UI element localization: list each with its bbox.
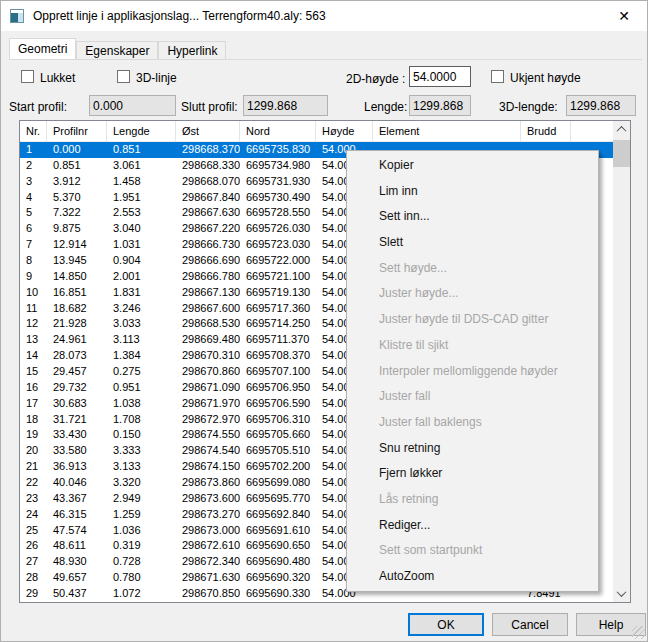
column-header-h-yde[interactable]: Høyde (316, 121, 373, 141)
table-cell: 298672.970 (176, 412, 240, 428)
table-cell: 6695690.480 (240, 554, 316, 570)
column-header-nr[interactable]: Nr. (20, 121, 47, 141)
table-cell: 298670.850 (176, 586, 240, 602)
menu-item-interpoler-mellomliggende-h-yder[interactable]: Interpoler mellomliggende høyder (347, 359, 598, 385)
table-cell: 16.851 (47, 285, 107, 301)
table-cell: 15 (20, 364, 47, 380)
tab-hyperlink[interactable]: Hyperlink (158, 41, 226, 60)
table-cell: 19 (20, 427, 47, 443)
table-cell: 298674.150 (176, 459, 240, 475)
table-cell: 16 (20, 380, 47, 396)
table-cell: 3.246 (107, 301, 176, 317)
menu-item-autozoom[interactable]: AutoZoom (347, 564, 598, 590)
table-cell: 3.912 (47, 174, 107, 190)
table-cell: 11 (20, 301, 47, 317)
scrollbar-thumb[interactable] (613, 140, 630, 167)
column-header-brudd[interactable]: Brudd (521, 121, 571, 141)
3d-lengde-field (566, 95, 636, 116)
menu-item-juster-h-yde[interactable]: Juster høyde... (347, 281, 598, 307)
table-cell: 0.851 (47, 158, 107, 174)
3d-linje-checkbox[interactable] (117, 70, 130, 83)
chevron-up-icon (617, 126, 627, 136)
menu-item-fjern-l-kker[interactable]: Fjern løkker (347, 461, 598, 487)
menu-item-juster-fall[interactable]: Juster fall (347, 384, 598, 410)
menu-item-slett[interactable]: Slett (347, 230, 598, 256)
table-cell: 43.367 (47, 491, 107, 507)
tab-egenskaper[interactable]: Egenskaper (76, 41, 158, 60)
table-cell: 3.113 (107, 332, 176, 348)
table-cell: 298671.090 (176, 380, 240, 396)
table-cell: 6695734.980 (240, 158, 316, 174)
table-cell: 14.850 (47, 269, 107, 285)
table-cell: 6695690.650 (240, 538, 316, 554)
table-cell: 1.951 (107, 190, 176, 206)
table-cell: 298667.600 (176, 301, 240, 317)
table-cell: 6695690.320 (240, 570, 316, 586)
title-bar[interactable]: Opprett linje i applikasjonslag... Terre… (1, 1, 647, 31)
scroll-down-button[interactable] (613, 585, 630, 602)
table-cell: 8 (20, 253, 47, 269)
ukjent-hoyde-checkbox[interactable] (491, 70, 504, 83)
table-cell: 1.708 (107, 412, 176, 428)
menu-item-juster-h-yde-til-dds-cad-gitter[interactable]: Juster høyde til DDS-CAD gitter (347, 307, 598, 333)
table-cell: 6695705.660 (240, 427, 316, 443)
menu-item-klistre-til-sjikt[interactable]: Klistre til sjikt (347, 333, 598, 359)
lukket-checkbox[interactable] (21, 70, 34, 83)
table-cell: 31.721 (47, 412, 107, 428)
table-cell: 6695735.830 (240, 142, 316, 158)
window-title: Opprett linje i applikasjonslag... Terre… (33, 9, 326, 23)
column-header-element[interactable]: Element (373, 121, 521, 141)
column-header-nord[interactable]: Nord (240, 121, 316, 141)
table-cell: 24 (20, 507, 47, 523)
table-cell: 3 (20, 174, 47, 190)
table-cell: 298674.550 (176, 427, 240, 443)
table-cell: 298667.220 (176, 221, 240, 237)
table-cell: 298666.780 (176, 269, 240, 285)
close-button[interactable]: ✕ (601, 1, 647, 30)
cancel-button[interactable]: Cancel (492, 613, 568, 636)
dialog-opprett-linje: Opprett linje i applikasjonslag... Terre… (0, 0, 648, 642)
menu-item-l-s-retning[interactable]: Lås retning (347, 487, 598, 513)
table-cell: 7.322 (47, 205, 107, 221)
3d-lengde-label: 3D-lengde: (499, 100, 558, 114)
menu-item-sett-inn[interactable]: Sett inn... (347, 204, 598, 230)
table-cell: 6695695.770 (240, 491, 316, 507)
column-header-lengde[interactable]: Lengde (107, 121, 176, 141)
table-cell: 1.259 (107, 507, 176, 523)
menu-item-juster-fall-baklengs[interactable]: Juster fall baklengs (347, 410, 598, 436)
table-cell: 298673.860 (176, 475, 240, 491)
table-cell: 6695690.330 (240, 586, 316, 602)
resize-grip[interactable] (632, 626, 645, 639)
table-cell: 298674.540 (176, 443, 240, 459)
table-cell: 298666.690 (176, 253, 240, 269)
table-cell: 12 (20, 316, 47, 332)
menu-item-sett-som-startpunkt[interactable]: Sett som startpunkt (347, 538, 598, 564)
table-cell: 17 (20, 396, 47, 412)
table-cell: 33.430 (47, 427, 107, 443)
menu-item-kopier[interactable]: Kopier (347, 153, 598, 179)
3d-linje-label: 3D-linje (136, 71, 177, 85)
menu-item-rediger[interactable]: Rediger... (347, 513, 598, 539)
column-header-profilnr[interactable]: Profilnr (47, 121, 107, 141)
menu-item-lim-inn[interactable]: Lim inn (347, 179, 598, 205)
table-cell: 3.333 (107, 443, 176, 459)
table-cell: 46.315 (47, 507, 107, 523)
menu-item-sett-h-yde[interactable]: Sett høyde... (347, 256, 598, 282)
table-cell: 18 (20, 412, 47, 428)
table-cell: 7 (20, 237, 47, 253)
table-cell: 22 (20, 475, 47, 491)
column-header-st[interactable]: Øst (176, 121, 240, 141)
table-cell: 298673.000 (176, 523, 240, 539)
ok-button[interactable]: OK (408, 613, 484, 636)
table-cell: 2.949 (107, 491, 176, 507)
table-cell: 6695692.840 (240, 507, 316, 523)
vertical-scrollbar[interactable] (613, 121, 630, 602)
scroll-up-button[interactable] (613, 121, 630, 138)
table-cell: 298668.530 (176, 316, 240, 332)
menu-item-snu-retning[interactable]: Snu retning (347, 436, 598, 462)
table-cell: 5.370 (47, 190, 107, 206)
table-cell: 10 (20, 285, 47, 301)
2d-hoyde-input[interactable] (409, 66, 471, 87)
tab-geometri[interactable]: Geometri (9, 38, 76, 60)
table-cell: 298667.130 (176, 285, 240, 301)
